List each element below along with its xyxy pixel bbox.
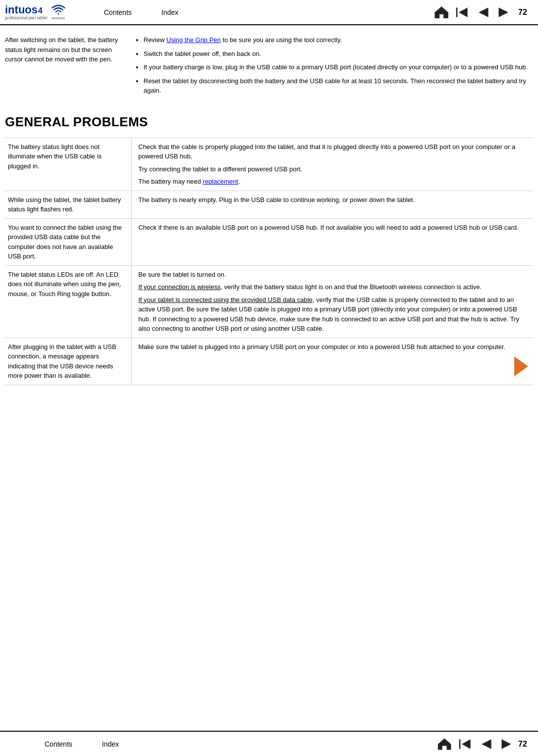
header-index-link[interactable]: Index: [161, 8, 178, 16]
problem-cell: The tablet status LEDs are off. An LED d…: [5, 265, 131, 338]
header-contents-link[interactable]: Contents: [104, 8, 132, 16]
top-problem: After switching on the tablet, the batte…: [5, 35, 134, 100]
next-page-button[interactable]: [494, 4, 513, 21]
svg-rect-4: [459, 739, 461, 749]
problem-cell: While using the tablet, the tablet batte…: [5, 191, 131, 218]
solution-cell: Check if there is an available USB port …: [131, 218, 533, 265]
solution-cell: Be sure the tablet is turned on. If your…: [131, 265, 533, 338]
problem-cell: After plugging in the tablet with a USB …: [5, 338, 131, 385]
footer-first-page-button[interactable]: [456, 736, 475, 753]
logo-text: intuos 4 professional pen tablet: [5, 4, 48, 20]
footer: Contents Index 72: [0, 731, 538, 756]
main-content: After switching on the tablet, the batte…: [0, 25, 538, 395]
home-button[interactable]: [432, 4, 451, 21]
header-page-number: 72: [518, 8, 533, 17]
footer-index-link[interactable]: Index: [102, 740, 119, 748]
footer-controls: 72: [435, 736, 533, 753]
table-row: While using the tablet, the tablet batte…: [5, 191, 533, 218]
wireless-condition: If your connection is wireless: [139, 283, 221, 291]
wireless-label: wireless: [51, 16, 65, 20]
table-row: The tablet status LEDs are off. An LED d…: [5, 265, 533, 338]
header: intuos 4 professional pen tablet wireles…: [0, 0, 538, 25]
svg-marker-2: [479, 7, 488, 17]
problems-table: The battery status light does not illumi…: [5, 138, 533, 385]
table-row: After plugging in the tablet with a USB …: [5, 338, 533, 385]
svg-marker-1: [459, 7, 468, 17]
problem-cell: You want to connect the tablet using the…: [5, 218, 131, 265]
usb-condition: If your tablet is connected using the pr…: [139, 296, 313, 303]
list-item: If your battery charge is low, plug in t…: [144, 62, 533, 72]
logo-number: 4: [38, 7, 43, 15]
list-item: Switch the tablet power off, then back o…: [144, 49, 533, 59]
svg-marker-3: [498, 7, 508, 17]
table-row: You want to connect the tablet using the…: [5, 218, 533, 265]
footer-home-button[interactable]: [435, 736, 454, 753]
next-arrow-icon[interactable]: [514, 356, 528, 376]
svg-marker-6: [482, 739, 491, 749]
prev-page-button[interactable]: [474, 4, 492, 21]
header-nav: Contents Index: [94, 8, 432, 16]
list-item: Review Using the Grip Pen to be sure you…: [144, 35, 533, 45]
footer-prev-page-button[interactable]: [477, 736, 495, 753]
wireless-icon: [51, 4, 65, 16]
footer-next-page-button[interactable]: [497, 736, 516, 753]
header-controls: 72: [432, 4, 533, 21]
table-row: The battery status light does not illumi…: [5, 138, 533, 191]
footer-contents-link[interactable]: Contents: [45, 740, 72, 748]
logo-tagline: professional pen tablet: [5, 16, 48, 20]
svg-marker-5: [462, 739, 471, 749]
solution-cell: Check that the cable is properly plugged…: [131, 138, 533, 191]
section-heading: GENERAL PROBLEMS: [5, 114, 533, 130]
problem-cell: The battery status light does not illumi…: [5, 138, 131, 191]
replacement-link[interactable]: replacement: [203, 178, 239, 185]
footer-page-number: 72: [518, 740, 533, 749]
grip-pen-link[interactable]: Using the Grip Pen: [166, 36, 221, 44]
first-page-button[interactable]: [453, 4, 472, 21]
footer-nav: Contents Index: [5, 740, 119, 748]
svg-rect-0: [456, 7, 458, 17]
top-section: After switching on the tablet, the batte…: [5, 35, 533, 104]
list-item: Reset the tablet by disconnecting both t…: [144, 76, 533, 96]
solution-cell: The battery is nearly empty. Plug in the…: [131, 191, 533, 218]
logo-area: intuos 4 professional pen tablet wireles…: [5, 4, 94, 20]
wireless-area: wireless: [51, 4, 65, 20]
solution-cell: Make sure the tablet is plugged into a p…: [131, 338, 533, 385]
top-solutions: Review Using the Grip Pen to be sure you…: [134, 35, 533, 100]
svg-marker-7: [501, 739, 511, 749]
logo-name: intuos: [5, 4, 38, 15]
